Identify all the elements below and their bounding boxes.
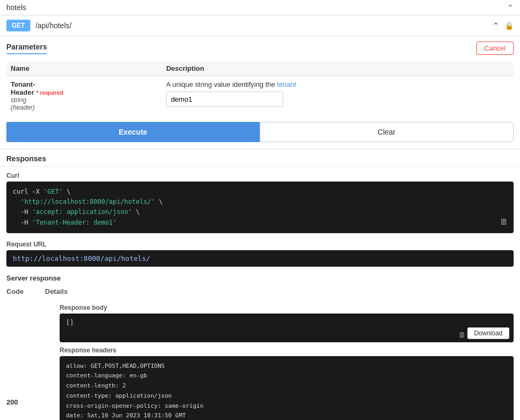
lock-icon: 🔒	[505, 21, 514, 30]
collapse-icon[interactable]: ⌃	[507, 3, 514, 12]
header-line-3: content-length: 2	[66, 381, 507, 391]
endpoint-chevron-icon[interactable]: ⌃	[492, 21, 499, 31]
download-button[interactable]: Download	[467, 327, 509, 339]
param-location: (header)	[11, 104, 158, 111]
page-title: hotels	[6, 3, 26, 12]
curl-line2: 'http://localhost:8000/api/hotels/' \	[13, 198, 163, 205]
request-url-value: http://localhost:8000/api/hotels/	[6, 250, 514, 267]
code-detail-header: Code Details	[6, 285, 514, 298]
details-header: Details	[45, 287, 68, 295]
param-desc-cell: A unique string value identifying the te…	[162, 76, 514, 116]
code-header: Code	[6, 287, 24, 295]
parameters-section: Parameters Cancel Name Description Tenan…	[0, 36, 520, 149]
header-line-1: allow: GET,POST,HEAD,OPTIONS	[66, 361, 507, 372]
curl-label: Curl	[6, 172, 514, 179]
title-bar: hotels ⌃	[0, 0, 520, 15]
curl-copy-icon[interactable]: 🗎	[500, 215, 508, 229]
request-url-section: Request URL http://localhost:8000/api/ho…	[0, 238, 520, 272]
responses-section-title: Responses	[0, 149, 520, 167]
response-code: 200	[6, 398, 28, 406]
endpoint-bar: GET /api/hotels/ ⌃ 🔒	[0, 15, 520, 36]
method-badge: GET	[6, 20, 30, 31]
response-body-text: []	[66, 319, 73, 326]
parameters-table: Name Description Tenant-Header * require…	[6, 61, 514, 116]
parameters-header: Parameters Cancel	[6, 36, 514, 57]
response-headers-label: Response headers	[60, 347, 514, 354]
param-type: string	[11, 96, 158, 104]
response-copy-icon[interactable]: 🗎	[458, 331, 466, 339]
action-bar: Execute Clear	[6, 122, 514, 142]
clear-button[interactable]: Clear	[260, 122, 514, 142]
server-response-row: 200 Response body [] 🗎 Download Response…	[6, 298, 514, 420]
parameters-title: Parameters	[6, 43, 47, 54]
curl-section: Curl curl -X 'GET' \ 'http://localhost:8…	[0, 167, 520, 238]
response-headers-block: allow: GET,POST,HEAD,OPTIONS content-lan…	[60, 356, 514, 420]
tenant-header-input[interactable]	[166, 92, 283, 107]
param-description: A unique string value identifying the te…	[166, 80, 509, 88]
curl-line4: -H 'Tenant-Header: demo1'	[13, 219, 117, 226]
cancel-button[interactable]: Cancel	[476, 42, 514, 55]
endpoint-url: /api/hotels/	[36, 21, 487, 30]
param-name: Tenant-Header * required	[11, 80, 158, 96]
col-name: Name	[6, 61, 162, 76]
header-line-4: content-type: application/json	[66, 391, 507, 401]
server-response-title: Server response	[6, 274, 514, 282]
response-body-block: [] 🗎 Download	[60, 314, 514, 342]
curl-code-block: curl -X 'GET' \ 'http://localhost:8000/a…	[6, 182, 514, 233]
execute-button[interactable]: Execute	[6, 122, 260, 142]
request-url-label: Request URL	[6, 241, 514, 248]
download-label: Download	[474, 330, 502, 337]
curl-line3: -H 'accept: application/json' \	[13, 208, 139, 216]
response-body-label: Response body	[60, 304, 514, 311]
param-name-cell: Tenant-Header * required string (header)	[6, 76, 162, 116]
col-description: Description	[162, 61, 514, 76]
param-required: * required	[36, 89, 63, 96]
header-line-2: content-language: en-gb	[66, 371, 507, 381]
header-line-5: cross-origin-opener-policy: same-origin	[66, 401, 507, 411]
response-details: Response body [] 🗎 Download Response hea…	[38, 301, 514, 420]
param-highlight: tenant	[277, 80, 296, 88]
header-line-6: date: Sat,10 Jun 2023 18:31:50 GMT	[66, 411, 507, 420]
curl-line1: curl -X 'GET' \	[13, 188, 70, 195]
server-response-section: Server response Code Details 200 Respons…	[0, 272, 520, 420]
table-row: Tenant-Header * required string (header)…	[6, 76, 514, 116]
